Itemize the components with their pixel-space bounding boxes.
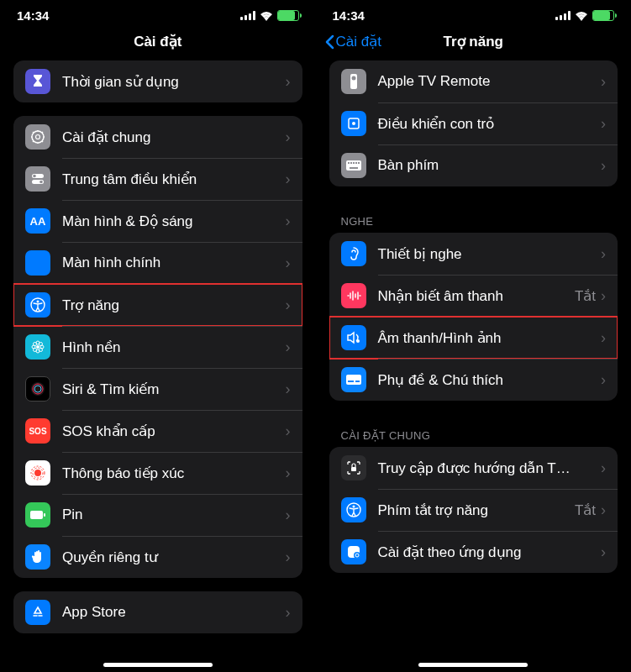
row-sos[interactable]: SOS SOS khẩn cấp › [13,410,302,452]
accessibility-icon [341,497,366,522]
remote-icon [341,69,366,94]
signal-icon [555,11,571,20]
chevron-icon: › [601,115,606,133]
chevron-icon: › [601,73,606,91]
status-right [555,10,614,21]
row-wallpaper[interactable]: Hình nền › [13,326,302,368]
chevron-icon: › [286,549,291,566]
row-audio-visual[interactable]: Âm thanh/Hình ảnh › [329,317,618,359]
svg-point-24 [34,470,41,476]
speaker-eye-icon [341,325,366,350]
svg-rect-42 [358,162,360,164]
row-hearing[interactable]: Thiết bị nghe › [329,233,618,275]
row-label: Cài đặt chung [62,129,286,146]
row-per-app[interactable]: Cài đặt theo ứng dụng › [329,531,618,573]
chevron-icon: › [601,329,606,347]
svg-rect-32 [568,11,571,20]
gear-icon [25,124,50,150]
row-general[interactable]: Cài đặt chung › [13,116,302,158]
row-label: Hình nền [62,339,286,356]
svg-rect-46 [348,381,354,382]
svg-rect-39 [350,162,352,164]
svg-rect-27 [30,511,43,519]
apps-grid-icon [25,250,50,276]
back-label: Cài đặt [336,33,381,50]
row-keyboard[interactable]: Bàn phím › [329,144,618,186]
svg-rect-31 [564,13,566,20]
row-label: Bàn phím [378,157,602,174]
svg-point-4 [32,131,44,143]
row-privacy[interactable]: Quyền riêng tư › [13,536,302,578]
svg-point-50 [352,506,355,508]
row-label: Thông báo tiếp xúc [62,465,286,482]
svg-rect-45 [346,375,361,385]
chevron-icon: › [286,465,291,482]
flower-icon [25,334,50,360]
svg-rect-40 [353,162,355,164]
back-button[interactable]: Cài đặt [324,33,381,50]
chevron-icon: › [286,73,291,91]
group-appstore: App Store › [13,591,302,633]
row-value: Tắt [575,501,596,519]
group-screentime: Thời gian sử dụng › [13,60,302,102]
svg-rect-29 [555,17,558,20]
nav-title: Trợ năng [444,33,503,50]
settings-content[interactable]: Thời gian sử dụng › Cài đặt chung › Trun… [0,60,316,672]
row-tv-remote[interactable]: Apple TV Remote › [329,60,618,102]
row-home-screen[interactable]: Màn hình chính › [13,242,302,284]
svg-rect-1 [245,15,247,20]
row-label: Nhận biết âm thanh [378,287,575,305]
svg-point-12 [36,345,39,349]
row-exposure[interactable]: Thông báo tiếp xúc › [13,452,302,494]
battery-icon [277,10,299,21]
row-pointer[interactable]: Điều khiển con trỏ › [329,102,618,144]
group-general: Cài đặt chung › Trung tâm điều khiển › A… [13,116,302,578]
chevron-icon: › [286,213,291,230]
chevron-icon: › [286,297,291,314]
section-header-general: CÀI ĐẶT CHUNG [329,414,618,447]
svg-rect-47 [355,381,360,382]
home-indicator[interactable] [418,663,528,667]
row-display[interactable]: AA Màn hình & Độ sáng › [13,200,302,242]
group-general-settings: Truy cập được hướng dẫn T… › Phím tắt tr… [329,447,618,573]
row-label: App Store [62,604,286,621]
group-hearing: Thiết bị nghe › Nhận biết âm thanh Tắt ›… [329,233,618,401]
svg-point-17 [34,343,37,346]
toggles-icon [25,166,50,192]
row-label: Trung tâm điều khiển [62,171,286,188]
svg-point-36 [352,122,355,125]
status-time: 14:34 [17,8,49,23]
row-appstore[interactable]: App Store › [13,591,302,633]
keyboard-icon [341,153,366,178]
chevron-icon: › [286,339,291,356]
ear-icon [341,241,366,266]
row-label: Màn hình chính [62,255,286,271]
svg-point-5 [36,135,40,139]
row-subtitles[interactable]: Phụ đề & Chú thích › [329,359,618,401]
row-control-center[interactable]: Trung tâm điều khiển › [13,158,302,200]
row-shortcut[interactable]: Phím tắt trợ năng Tắt › [329,489,618,531]
row-guided-access[interactable]: Truy cập được hướng dẫn T… › [329,447,618,489]
svg-rect-43 [350,167,358,169]
row-label: Cài đặt theo ứng dụng [378,543,602,561]
svg-point-11 [37,301,39,303]
accessibility-content[interactable]: Apple TV Remote › Điều khiển con trỏ › B… [316,60,632,672]
row-label: Trợ năng [62,297,286,314]
row-sound-recognition[interactable]: Nhận biết âm thanh Tắt › [329,275,618,317]
subtitles-icon [341,367,366,392]
row-siri[interactable]: Siri & Tìm kiếm › [13,368,302,410]
sos-icon: SOS [25,418,50,444]
row-label: Quyền riêng tư [62,549,286,566]
row-battery[interactable]: Pin › [13,494,302,536]
status-bar: 14:34 [0,0,316,26]
row-accessibility[interactable]: Trợ năng › [13,284,302,326]
row-value: Tắt [575,287,596,305]
svg-point-20 [34,349,37,352]
app-settings-icon [341,539,366,564]
home-indicator[interactable] [103,663,213,667]
row-label: Thiết bị nghe [378,245,602,263]
row-screentime[interactable]: Thời gian sử dụng › [13,60,302,102]
svg-point-18 [39,349,43,352]
wifi-icon [260,11,273,21]
group-physical: Apple TV Remote › Điều khiển con trỏ › B… [329,60,618,186]
